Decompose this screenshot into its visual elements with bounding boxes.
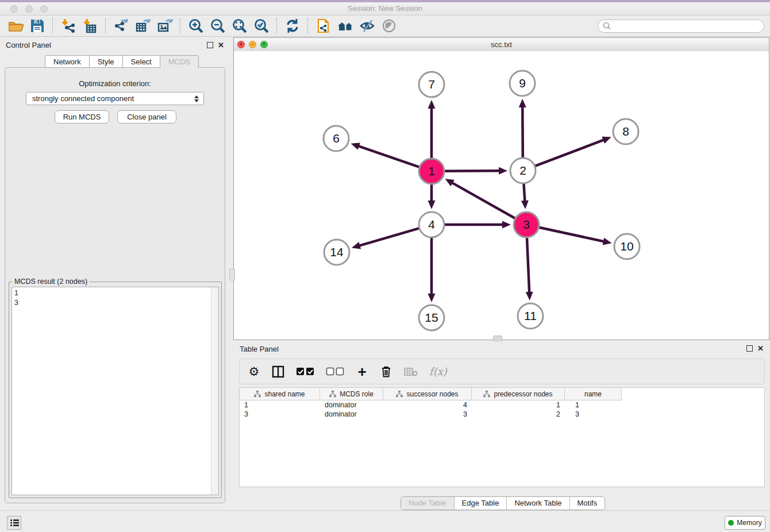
open-session-button[interactable] [5, 16, 26, 36]
graph-node-10[interactable]: 10 [614, 234, 640, 259]
column-label: successor nodes [406, 390, 458, 398]
column-header-successor-nodes[interactable]: successor nodes [383, 388, 472, 400]
deselect-all-checkboxes-icon[interactable] [326, 367, 344, 376]
save-session-button[interactable] [26, 16, 48, 36]
export-table-button[interactable] [132, 16, 154, 36]
graph-node-2[interactable]: 2 [510, 158, 536, 183]
graph-edge-2-8[interactable] [534, 137, 611, 167]
close-table-panel-icon[interactable]: ✕ [757, 346, 764, 352]
gear-icon[interactable]: ⚙ [248, 365, 260, 379]
control-panel-title: Control Panel [6, 41, 51, 49]
splitter-grip-vertical[interactable] [229, 269, 235, 280]
svg-text:3: 3 [523, 218, 530, 231]
network-titlebar[interactable]: × − + scc.txt [234, 38, 769, 52]
first-neighbors-button[interactable] [334, 16, 356, 36]
graph-node-1[interactable]: 1 [419, 159, 444, 184]
graph-node-14[interactable]: 14 [324, 240, 349, 265]
tab-mcds[interactable]: MCDS [160, 55, 199, 68]
graph-edge-3-10[interactable] [538, 227, 612, 245]
graph-edge-2-3[interactable] [521, 182, 529, 209]
network-canvas[interactable]: 1234678910111415 [234, 51, 769, 340]
graph-edge-1-7[interactable] [428, 100, 436, 160]
import-network-button[interactable] [57, 16, 79, 36]
export-network-button[interactable] [110, 16, 132, 36]
toolbar-separator [52, 18, 53, 34]
tab-edge-table[interactable]: Edge Table [455, 497, 507, 510]
cell-predecessor-nodes: 1 [472, 400, 565, 410]
criterion-dropdown[interactable]: strongly connected component [26, 92, 204, 105]
graph-node-11[interactable]: 11 [518, 303, 543, 329]
graph-node-15[interactable]: 15 [419, 305, 444, 330]
network-minimize-button[interactable]: − [249, 41, 256, 48]
column-header-shared-name[interactable]: shared name [240, 388, 320, 400]
table-row[interactable]: 3dominator323 [240, 410, 764, 419]
svg-text:7: 7 [428, 78, 435, 91]
cell-name: 1 [565, 400, 622, 410]
column-header-predecessor-nodes[interactable]: predecessor nodes [472, 388, 565, 400]
search-input[interactable] [613, 21, 764, 30]
run-mcds-button[interactable]: Run MCDS [55, 110, 109, 124]
result-scrollbar[interactable] [211, 287, 218, 495]
graph-edge-4-14[interactable] [352, 228, 421, 249]
splitter-grip-horizontal[interactable] [493, 336, 502, 341]
svg-text:14: 14 [330, 245, 344, 259]
network-maximize-button[interactable]: + [260, 41, 268, 48]
graph-edge-1-6[interactable] [351, 142, 421, 167]
column-header-name[interactable]: name [565, 388, 622, 400]
columns-icon[interactable] [272, 365, 284, 378]
graph-node-9[interactable]: 9 [510, 71, 535, 96]
close-window-button[interactable] [10, 5, 18, 13]
float-table-panel-icon[interactable] [746, 345, 753, 352]
zoom-window-button[interactable] [40, 5, 48, 13]
graph-node-4[interactable]: 4 [419, 212, 444, 237]
graph-edge-3-1[interactable] [445, 179, 517, 219]
close-panel-icon[interactable]: ✕ [218, 43, 224, 48]
svg-text:9: 9 [519, 76, 526, 90]
import-table-button[interactable] [79, 16, 101, 36]
task-history-button[interactable] [7, 516, 21, 530]
zoom-in-button[interactable] [185, 16, 207, 36]
apply-layout-button[interactable] [282, 16, 303, 36]
clone-network-button[interactable] [313, 16, 334, 36]
graph-node-8[interactable]: 8 [613, 119, 638, 144]
graph-edge-4-15[interactable] [428, 236, 436, 302]
svg-text:11: 11 [524, 309, 537, 322]
mcds-result-textarea[interactable]: 1 3 [11, 287, 219, 495]
node-table: shared nameMCDS rolesuccessor nodesprede… [239, 387, 765, 487]
graph-edge-1-4[interactable] [428, 183, 436, 209]
tab-network[interactable]: Network [45, 55, 89, 68]
export-image-button[interactable] [154, 16, 176, 36]
tab-node-table[interactable]: Node Table [401, 497, 455, 510]
graph-node-7[interactable]: 7 [419, 72, 444, 97]
show-graphics-details-button[interactable] [356, 16, 378, 36]
tab-style[interactable]: Style [89, 55, 122, 68]
graph-edge-1-2[interactable] [443, 167, 507, 175]
column-label: shared name [264, 390, 305, 398]
tab-select[interactable]: Select [122, 55, 160, 68]
zoom-fit-button[interactable] [229, 16, 251, 36]
close-panel-button[interactable]: Close panel [117, 110, 176, 124]
network-close-button[interactable]: × [237, 41, 245, 48]
zoom-selected-button[interactable] [251, 16, 272, 36]
birds-eye-view-button[interactable] [378, 16, 400, 36]
column-header-mcds-role[interactable]: MCDS role [320, 388, 383, 400]
delete-column-icon[interactable] [380, 365, 392, 377]
select-all-checkboxes-icon[interactable] [296, 367, 314, 376]
float-panel-icon[interactable] [207, 42, 213, 48]
graph-edge-3-11[interactable] [526, 236, 533, 300]
tab-motifs[interactable]: Motifs [570, 497, 605, 510]
search-box[interactable] [598, 20, 764, 33]
graph-node-3[interactable]: 3 [514, 212, 539, 237]
zoom-out-button[interactable] [207, 16, 229, 36]
table-tabs: Node TableEdge TableNetwork TableMotifs [401, 496, 605, 510]
table-row[interactable]: 1dominator411 [240, 400, 764, 410]
app-titlebar[interactable]: Session: New Session [0, 2, 770, 16]
minimize-window-button[interactable] [25, 5, 33, 13]
graph-edge-2-9[interactable] [519, 99, 526, 159]
table-body: 1dominator4113dominator323 [240, 400, 764, 419]
graph-node-6[interactable]: 6 [324, 126, 349, 151]
memory-button[interactable]: Memory [725, 516, 765, 530]
tab-network-table[interactable]: Network Table [507, 497, 569, 510]
add-column-icon[interactable]: + [356, 366, 368, 377]
graph-edge-4-3[interactable] [443, 221, 511, 229]
